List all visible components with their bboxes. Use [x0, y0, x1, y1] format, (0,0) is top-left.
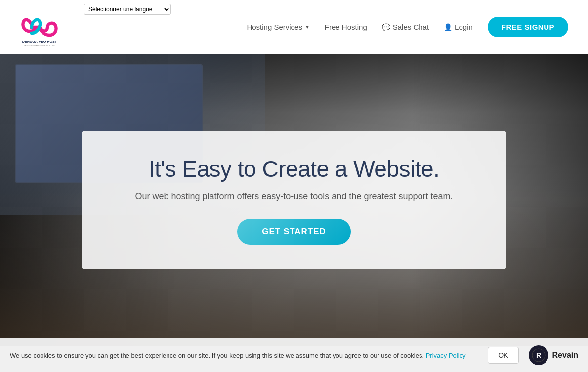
hero-content-box: It's Easy to Create a Website. Our web h…: [82, 131, 506, 269]
hero-section: It's Easy to Create a Website. Our web h…: [0, 54, 588, 346]
login-icon: 👤: [444, 23, 452, 31]
revain-badge: R Revain: [529, 345, 578, 346]
language-select[interactable]: Sélectionner une langue: [84, 4, 171, 15]
nav-sales-chat[interactable]: 💬 Sales Chat: [382, 23, 429, 31]
svg-text:DENUGA PRO HOST: DENUGA PRO HOST: [22, 40, 57, 44]
chat-icon: 💬: [382, 23, 390, 31]
svg-text:FAST & RELIABLE WEB HOSTING: FAST & RELIABLE WEB HOSTING: [24, 44, 55, 47]
signup-button[interactable]: FREE SIGNUP: [488, 17, 568, 37]
nav-login[interactable]: 👤 Login: [444, 23, 473, 31]
dropdown-arrow-icon: ▼: [305, 24, 310, 30]
hero-subtitle: Our web hosting platform offers easy-to-…: [111, 191, 477, 202]
cookie-bar: We use cookies to ensure you can get the…: [0, 338, 588, 346]
revain-icon: R: [529, 345, 548, 346]
logo-area[interactable]: DENUGA PRO HOST FAST & RELIABLE WEB HOST…: [20, 7, 59, 47]
nav-links: Hosting Services ▼ Free Hosting 💬 Sales …: [247, 17, 568, 37]
hero-title: It's Easy to Create a Website.: [111, 156, 477, 182]
nav-hosting-services[interactable]: Hosting Services ▼: [247, 23, 309, 31]
get-started-button[interactable]: GET STARTED: [237, 219, 351, 245]
nav-free-hosting[interactable]: Free Hosting: [325, 23, 367, 31]
logo-svg: DENUGA PRO HOST FAST & RELIABLE WEB HOST…: [20, 7, 59, 47]
